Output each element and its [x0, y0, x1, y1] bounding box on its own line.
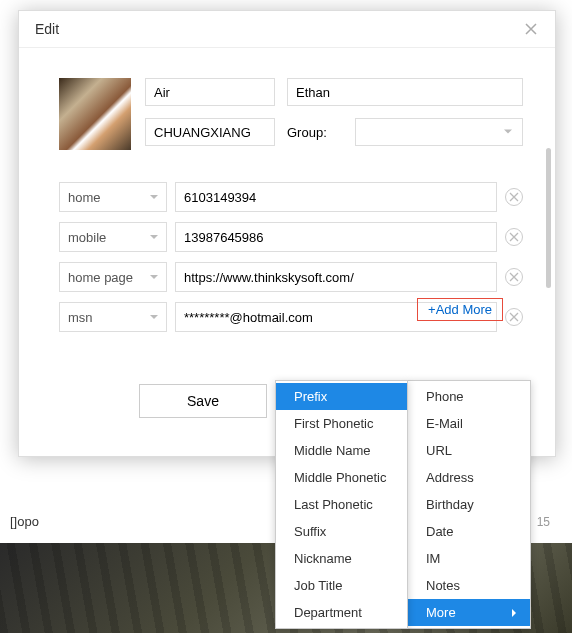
menu-item-birthday[interactable]: Birthday	[408, 491, 530, 518]
menu-item-im[interactable]: IM	[408, 545, 530, 572]
delete-icon[interactable]	[505, 268, 523, 286]
menu-item-first-phonetic[interactable]: First Phonetic	[276, 410, 407, 437]
field-type-select[interactable]: home	[59, 182, 167, 212]
group-select[interactable]	[355, 118, 523, 146]
company-input[interactable]	[145, 118, 275, 146]
menu-item-prefix[interactable]: Prefix	[276, 383, 407, 410]
save-button[interactable]: Save	[139, 384, 267, 418]
field-value-input[interactable]	[175, 262, 497, 292]
menu-item-e-mail[interactable]: E-Mail	[408, 410, 530, 437]
menu-item-last-phonetic[interactable]: Last Phonetic	[276, 491, 407, 518]
modal-header: Edit	[19, 11, 555, 48]
more-submenu: PrefixFirst PhoneticMiddle NameMiddle Ph…	[275, 380, 408, 629]
menu-item-phone[interactable]: Phone	[408, 383, 530, 410]
menu-item-more[interactable]: More	[408, 599, 530, 626]
field-row: home page	[59, 262, 523, 292]
field-row: home	[59, 182, 523, 212]
scrollbar[interactable]	[546, 148, 551, 328]
add-more-button[interactable]: +Add More	[417, 298, 503, 321]
menu-item-notes[interactable]: Notes	[408, 572, 530, 599]
field-type-select[interactable]: mobile	[59, 222, 167, 252]
modal-title: Edit	[35, 21, 59, 37]
menu-item-address[interactable]: Address	[408, 464, 530, 491]
menu-item-suffix[interactable]: Suffix	[276, 518, 407, 545]
close-icon[interactable]	[523, 21, 539, 37]
menu-item-middle-name[interactable]: Middle Name	[276, 437, 407, 464]
delete-icon[interactable]	[505, 228, 523, 246]
menu-item-job-title[interactable]: Job Title	[276, 572, 407, 599]
menu-item-department[interactable]: Department	[276, 599, 407, 626]
field-type-select[interactable]: home page	[59, 262, 167, 292]
add-more-menu: PhoneE-MailURLAddressBirthdayDateIMNotes…	[407, 380, 531, 629]
delete-icon[interactable]	[505, 188, 523, 206]
menu-item-middle-phonetic[interactable]: Middle Phonetic	[276, 464, 407, 491]
field-row: mobile	[59, 222, 523, 252]
menu-item-nickname[interactable]: Nickname	[276, 545, 407, 572]
contact-name: []opo	[10, 514, 39, 529]
delete-icon[interactable]	[505, 308, 523, 326]
menu-item-date[interactable]: Date	[408, 518, 530, 545]
avatar[interactable]	[59, 78, 131, 150]
group-label: Group:	[287, 118, 347, 146]
field-value-input[interactable]	[175, 222, 497, 252]
menu-item-url[interactable]: URL	[408, 437, 530, 464]
contact-count: 15	[537, 515, 550, 529]
field-type-select[interactable]: msn	[59, 302, 167, 332]
field-value-input[interactable]	[175, 182, 497, 212]
last-name-input[interactable]	[287, 78, 523, 106]
first-name-input[interactable]	[145, 78, 275, 106]
